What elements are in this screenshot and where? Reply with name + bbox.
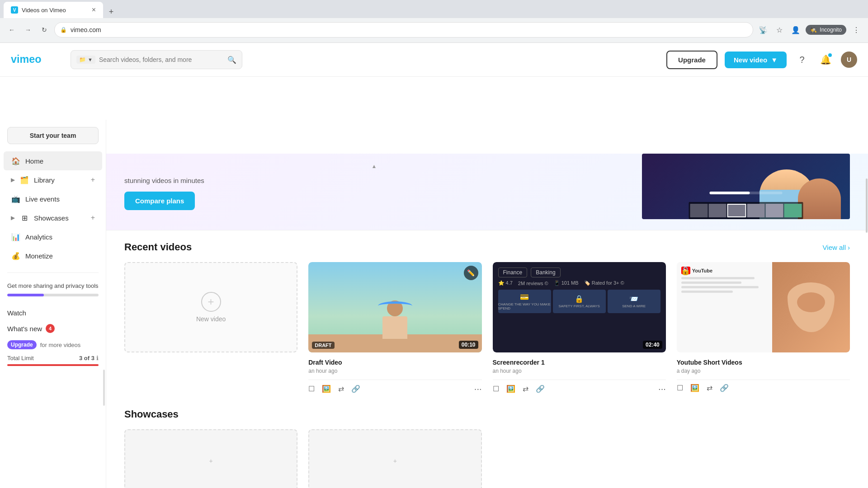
showcases-label: Showcases: [34, 214, 86, 222]
library-expand-icon[interactable]: ▶: [11, 177, 15, 183]
url-text: vimeo.com: [71, 26, 747, 33]
forward-button[interactable]: →: [22, 23, 34, 36]
food-bowl: [788, 282, 834, 332]
start-team-button[interactable]: Start your team: [7, 127, 99, 144]
app-icon-3-glyph: 📨: [629, 295, 638, 303]
menu-icon[interactable]: ⋮: [850, 23, 863, 36]
yt-checkbox-icon[interactable]: ☐: [677, 384, 683, 392]
analytics-icon: 📊: [11, 232, 21, 242]
svg-text:vimeo: vimeo: [11, 53, 41, 65]
user-avatar[interactable]: U: [841, 52, 857, 68]
whats-new-item[interactable]: What's new 4: [7, 320, 99, 337]
total-limit-container: Total Limit 3 of 3 ℹ: [7, 355, 99, 366]
info-icon[interactable]: ℹ: [96, 355, 99, 361]
sr-more-icon[interactable]: ···: [658, 384, 666, 394]
scroll-thumb[interactable]: [866, 178, 868, 233]
draft-video-thumb-container[interactable]: ✏️ 00:10 DRAFT: [308, 262, 481, 352]
back-button[interactable]: ←: [5, 23, 18, 36]
close-tab-button[interactable]: ×: [92, 6, 96, 14]
browser-toolbar: ← → ↻ 🔒 vimeo.com 📡 ☆ 👤 🕵️ Incognito ⋮: [0, 18, 868, 42]
youtube-title: Youtube Short Videos: [677, 359, 850, 366]
address-bar[interactable]: 🔒 vimeo.com: [54, 22, 753, 38]
showcase-card-2[interactable]: +: [308, 429, 481, 488]
upgrade-pill[interactable]: Upgrade: [7, 340, 37, 349]
add-showcase-icon[interactable]: +: [91, 214, 95, 222]
yt-link-icon[interactable]: 🔗: [720, 384, 729, 392]
sidebar-item-live-events[interactable]: 📺 Live events: [4, 189, 102, 208]
app-layout: Start your team 🏠 Home ▶ 🗂️ Library + 📺 …: [0, 120, 868, 488]
upgrade-more-row: Upgrade for more videos: [7, 340, 99, 349]
yt-share-icon[interactable]: ⇄: [707, 384, 712, 392]
upgrade-button[interactable]: Upgrade: [666, 51, 717, 69]
showcases-icon: ⊞: [19, 213, 29, 223]
scroll-up-indicator[interactable]: ▲: [124, 163, 624, 169]
yt-line-2: [681, 282, 742, 284]
search-bar[interactable]: 📁 ▼ 🔍: [71, 50, 242, 69]
screenrecorder-thumb-container[interactable]: Finance Banking ⭐ 4.7 2M reviews © 📱 101…: [493, 262, 666, 352]
draft-video-title: Draft Video: [308, 359, 481, 366]
banner-text: ▲ stunning videos in minutes Compare pla…: [124, 154, 624, 219]
scroll-track[interactable]: [865, 120, 868, 488]
showcases-expand-icon[interactable]: ▶: [11, 215, 15, 221]
draft-checkbox-icon[interactable]: ☐: [308, 385, 315, 393]
lock-icon-badge: 🔒: [680, 266, 690, 276]
live-events-icon: 📺: [11, 194, 21, 204]
sr-checkbox-icon[interactable]: ☐: [493, 385, 499, 393]
for-more-text: for more videos: [40, 342, 81, 348]
active-tab[interactable]: V Videos on Vimeo ×: [4, 2, 103, 18]
reload-button[interactable]: ↻: [38, 23, 51, 36]
sidebar-item-home[interactable]: 🏠 Home: [4, 151, 102, 170]
sr-image-icon[interactable]: 🖼️: [506, 385, 515, 393]
youtube-thumb-container[interactable]: ▶ YouTube: [677, 262, 850, 352]
bookmark-icon[interactable]: ☆: [773, 23, 786, 36]
watch-link[interactable]: Watch: [7, 305, 99, 320]
draft-share-icon[interactable]: ⇄: [338, 385, 344, 393]
app-icon-2-label: SAFETY FIRST, ALWAYS: [558, 304, 599, 308]
showcase-card-1[interactable]: +: [124, 429, 297, 488]
filmstrip-frame-active: [727, 204, 746, 217]
notification-icon[interactable]: 🔔: [817, 52, 834, 68]
youtube-time: a day ago: [677, 368, 850, 374]
yt-image-icon[interactable]: 🖼️: [690, 384, 699, 392]
search-filter-dropdown[interactable]: 📁 ▼: [76, 56, 95, 64]
view-all-link[interactable]: View all ›: [823, 244, 850, 251]
tab-favicon: V: [11, 6, 18, 14]
profile-icon[interactable]: 👤: [789, 23, 802, 36]
draft-link-icon[interactable]: 🔗: [351, 385, 360, 393]
yt-logo-area: ▶ YouTube: [681, 267, 768, 274]
video-card-youtube: ▶ YouTube: [677, 262, 850, 394]
sidebar-item-library[interactable]: ▶ 🗂️ Library +: [4, 170, 102, 189]
draft-badge: DRAFT: [312, 342, 334, 349]
screenrecorder-thumb: Finance Banking ⭐ 4.7 2M reviews © 📱 101…: [493, 262, 666, 352]
age-rating: 🏷️ Rated for 3+ ©: [584, 280, 624, 286]
sr-share-icon[interactable]: ⇄: [523, 385, 528, 393]
banner-filmstrip: [689, 202, 803, 219]
app-icon-3: 📨 SEND A WIRE: [608, 290, 660, 313]
sidebar-item-showcases[interactable]: ▶ ⊞ Showcases +: [4, 208, 102, 227]
search-icon[interactable]: 🔍: [227, 56, 236, 64]
limit-bar: [7, 364, 99, 366]
help-icon[interactable]: ?: [794, 52, 810, 68]
section-header: Recent videos View all ›: [124, 241, 850, 253]
sidebar-item-monetize[interactable]: 💰 Monetize: [4, 246, 102, 265]
screenrecorder-actions: ☐ 🖼️ ⇄ 🔗 ···: [493, 380, 666, 394]
edit-icon-badge[interactable]: ✏️: [464, 266, 478, 280]
new-video-button[interactable]: New video ▼: [725, 52, 787, 68]
compare-plans-button[interactable]: Compare plans: [124, 192, 195, 210]
draft-video-actions: ☐ 🖼️ ⇄ 🔗 ···: [308, 380, 481, 394]
yt-food-image: [772, 262, 850, 352]
sr-link-icon[interactable]: 🔗: [536, 385, 545, 393]
rating-value: ⭐ 4.7: [498, 280, 513, 286]
add-video-card[interactable]: + New video: [124, 262, 297, 352]
draft-more-icon[interactable]: ···: [474, 384, 482, 394]
sidebar-scroll-area: [0, 370, 106, 488]
yt-line-4: [681, 291, 733, 293]
lock-icon: 🔒: [60, 27, 67, 33]
sidebar-scrollbar[interactable]: [103, 370, 105, 406]
sidebar-item-analytics[interactable]: 📊 Analytics: [4, 227, 102, 246]
cast-icon[interactable]: 📡: [757, 23, 769, 36]
draft-image-icon[interactable]: 🖼️: [322, 385, 331, 393]
search-input[interactable]: [99, 56, 224, 63]
add-library-icon[interactable]: +: [91, 176, 95, 184]
new-tab-button[interactable]: +: [105, 5, 118, 18]
